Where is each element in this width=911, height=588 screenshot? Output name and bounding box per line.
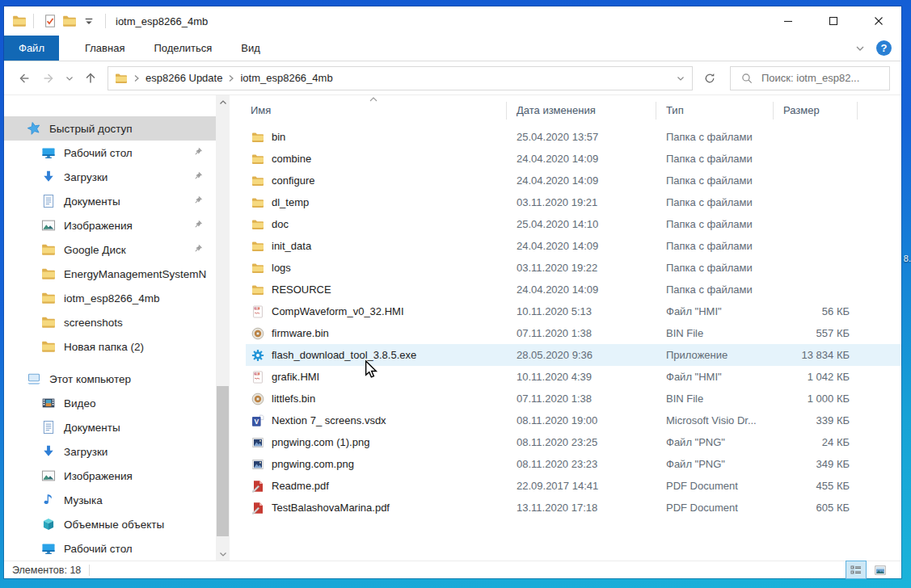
chevron-down-icon <box>217 548 230 561</box>
file-row[interactable]: HMIgrafik.HMI10.11.2020 4:39Файл "HMI"1 … <box>246 366 901 388</box>
tab-Главная[interactable]: Главная <box>70 36 139 61</box>
sidebar-item[interactable]: iotm_esp8266_4mb <box>4 286 216 310</box>
column-headers: ИмяДата измененияТипРазмер <box>230 95 901 126</box>
file-row[interactable]: HMICompWaveform_v0_32.HMI10.11.2020 5:13… <box>246 300 901 322</box>
file-type: Папка с файлами <box>656 196 774 208</box>
close-button[interactable] <box>856 6 901 36</box>
sidebar-item[interactable]: Документы <box>4 189 216 213</box>
tab-Поделиться[interactable]: Поделиться <box>139 36 226 61</box>
file-row[interactable]: combine24.04.2020 14:09Папка с файлами <box>246 148 901 170</box>
collapse-ribbon-chevron-icon[interactable] <box>854 42 867 55</box>
file-row[interactable]: dl_temp03.11.2020 19:21Папка с файлами <box>246 191 901 213</box>
sidebar-item[interactable]: EnergyManagementSystemN <box>4 262 216 286</box>
file-row[interactable]: firmware.bin07.11.2020 1:38BIN File557 К… <box>246 322 901 344</box>
sidebar-item[interactable]: Этот компьютер <box>4 367 216 391</box>
breadcrumb-item[interactable]: esp8266 Update <box>146 72 222 84</box>
toolbar-separator <box>33 14 34 28</box>
file-type: Файл "HMI" <box>656 371 774 383</box>
refresh-button[interactable] <box>696 66 723 90</box>
pin-icon <box>192 147 203 158</box>
sidebar-item[interactable]: Изображения <box>4 213 216 237</box>
breadcrumb-chevron-icon[interactable] <box>226 73 237 84</box>
file-row[interactable]: bin25.04.2020 13:57Папка с файлами <box>246 126 901 148</box>
tab-Файл[interactable]: Файл <box>4 36 59 61</box>
sidebar-item[interactable]: Изображения <box>4 464 216 488</box>
breadcrumb-item[interactable]: iotm_esp8266_4mb <box>240 72 332 84</box>
search-input[interactable] <box>761 72 889 84</box>
sidebar-item[interactable]: Новая папка (2) <box>4 334 216 359</box>
details-view-button[interactable] <box>846 561 866 578</box>
column-header-Имя[interactable]: Имя <box>230 102 507 120</box>
png-icon <box>251 436 264 449</box>
file-type: Файл "PNG" <box>656 458 774 470</box>
file-row[interactable]: configure24.04.2020 14:09Папка с файлами <box>246 170 901 191</box>
file-name: pngwing.com.png <box>272 458 354 470</box>
folder-icon <box>251 240 264 253</box>
breadcrumb[interactable]: esp8266 Updateiotm_esp8266_4mb <box>108 66 693 90</box>
file-row[interactable]: doc25.04.2020 14:10Папка с файлами <box>246 213 901 235</box>
sidebar-item-label: Документы <box>64 422 120 434</box>
up-button[interactable] <box>78 66 103 90</box>
file-row[interactable]: logs03.11.2020 19:22Папка с файлами <box>246 257 901 279</box>
file-row[interactable]: flash_download_tool_3.8.5.exe28.05.2020 … <box>246 344 901 366</box>
column-header-Тип[interactable]: Тип <box>656 102 774 120</box>
sidebar-item[interactable]: Загрузки <box>4 165 216 189</box>
pdf-icon <box>251 480 264 493</box>
column-header-Дата изменения[interactable]: Дата изменения <box>507 102 656 120</box>
file-row[interactable]: Readme.pdf22.09.2017 14:41PDF Document45… <box>246 475 901 497</box>
minimize-button[interactable] <box>765 6 811 36</box>
breadcrumb-chevron-icon[interactable] <box>131 73 142 84</box>
sidebar-item[interactable]: Быстрый доступ <box>4 116 216 141</box>
tab-Вид[interactable]: Вид <box>226 36 275 61</box>
file-row[interactable]: pngwing.com.png08.11.2020 23:23Файл "PNG… <box>246 453 901 475</box>
sidebar-item[interactable]: Рабочий стол <box>4 141 216 165</box>
customize-quick-access-button[interactable] <box>79 11 99 31</box>
file-row[interactable]: TestBalashovaMarina.pdf13.11.2020 17:18P… <box>246 497 901 519</box>
pin-icon <box>192 244 203 255</box>
address-dropdown-button[interactable] <box>669 67 692 90</box>
new-folder-button[interactable] <box>60 11 79 31</box>
desktop-icon <box>41 541 56 556</box>
file-type: BIN File <box>656 327 774 339</box>
file-type: Файл "PNG" <box>656 436 774 448</box>
back-button[interactable] <box>12 66 36 90</box>
column-header-Размер[interactable]: Размер <box>774 102 858 120</box>
recent-locations-button[interactable] <box>61 66 78 90</box>
file-row[interactable]: init_data24.04.2020 14:09Папка с файлами <box>246 235 901 257</box>
sidebar-scrollbar[interactable] <box>216 95 230 561</box>
file-type: BIN File <box>656 393 774 405</box>
file-name: combine <box>272 153 311 165</box>
properties-button[interactable] <box>40 11 60 31</box>
file-type: Папка с файлами <box>656 284 774 296</box>
sidebar-item[interactable]: Объемные объекты <box>4 512 216 536</box>
scrollbar-thumb[interactable] <box>217 386 229 536</box>
minimize-icon <box>782 15 795 27</box>
large-icons-view-button[interactable] <box>871 561 890 578</box>
file-type: PDF Document <box>656 502 774 514</box>
desktop-icon <box>41 145 56 160</box>
sidebar-item-label: Изображения <box>64 220 133 232</box>
scroll-up-arrow-icon[interactable] <box>216 95 230 109</box>
file-date: 24.04.2020 14:09 <box>507 240 656 252</box>
file-row[interactable]: VNextion 7_ screens.vsdx08.11.2020 19:00… <box>246 410 901 431</box>
file-row[interactable]: RESOURCE24.04.2020 14:09Папка с файлами <box>246 279 901 300</box>
scroll-down-arrow-icon[interactable] <box>216 547 230 561</box>
sidebar-item[interactable]: screenshots <box>4 310 216 334</box>
file-rows: bin25.04.2020 13:57Папка с файламиcombin… <box>246 126 901 519</box>
hmi-icon: HMI <box>251 305 264 318</box>
sidebar-item[interactable]: Google Диск <box>4 237 216 262</box>
sidebar-item[interactable]: Видео <box>4 391 216 415</box>
sidebar-item[interactable]: Рабочий стол <box>4 536 216 561</box>
forward-button[interactable] <box>36 66 61 90</box>
back-arrow-icon <box>17 71 32 86</box>
maximize-button[interactable] <box>811 6 856 36</box>
sidebar-item[interactable]: Музыка <box>4 488 216 512</box>
sidebar-item[interactable]: Загрузки <box>4 439 216 464</box>
file-row[interactable]: pngwing.com (1).png08.11.2020 23:25Файл … <box>246 431 901 453</box>
toolbar-separator <box>105 14 106 28</box>
sidebar-item-label: Изображения <box>64 470 133 482</box>
file-row[interactable]: littlefs.bin07.11.2020 1:38BIN File1 000… <box>246 388 901 410</box>
help-button[interactable]: ? <box>876 40 892 56</box>
main-area: Быстрый доступРабочий столЗагрузкиДокуме… <box>4 95 901 561</box>
sidebar-item[interactable]: Документы <box>4 415 216 439</box>
